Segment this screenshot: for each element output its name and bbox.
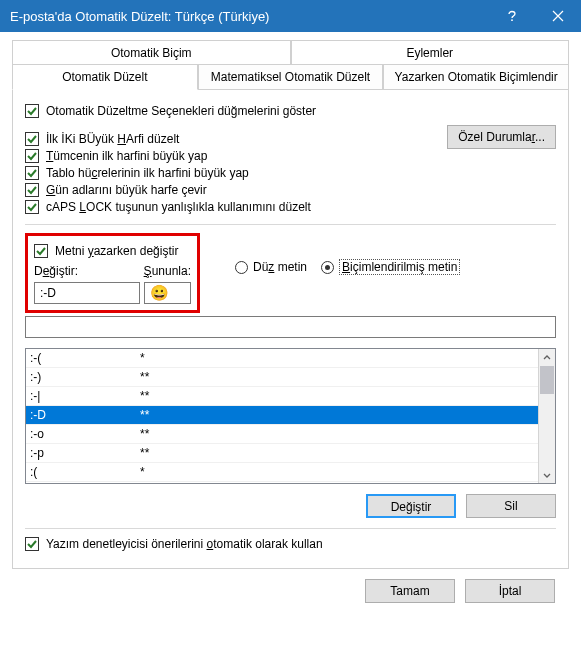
label-replace: Değiştir: (34, 264, 144, 278)
checkbox-two-caps[interactable] (25, 132, 39, 146)
replace-button[interactable]: Değiştir (366, 494, 456, 518)
dialog-footer: Tamam İptal (12, 569, 569, 613)
with-input-full-row (25, 316, 556, 338)
checkbox-capslock-row: cAPS LOCK tuşunun yanlışlıkla kullanımın… (25, 200, 556, 214)
list-rows: :-(*:-)**:-|**:-D**:-o**:-p**:(* (26, 349, 538, 483)
scroll-thumb[interactable] (540, 366, 554, 394)
checkbox-capslock[interactable] (25, 200, 39, 214)
exceptions-button[interactable]: Özel Durumlar... (447, 125, 556, 149)
checkbox-days-label: Gün adlarını büyük harfe çevir (46, 183, 207, 197)
tab-row-top: Otomatik Biçim Eylemler (12, 40, 569, 65)
tab-otomatik-duzelt[interactable]: Otomatik Düzelt (12, 64, 198, 90)
with-input-full[interactable] (25, 316, 556, 338)
ok-button[interactable]: Tamam (365, 579, 455, 603)
chevron-up-icon (543, 354, 551, 362)
cell-replace: :-( (30, 351, 140, 365)
inputs-row: :-D 😀 (34, 282, 191, 304)
tab-row-bottom: Otomatik Düzelt Matematiksel Otomatik Dü… (12, 64, 569, 90)
checkbox-show-buttons-label: Otomatik Düzeltme Seçenekleri düğmelerin… (46, 104, 316, 118)
separator-2 (25, 528, 556, 529)
list-action-row: Değiştir Sil (25, 494, 556, 518)
title-bar: E-posta'da Otomatik Düzelt: Türkçe (Türk… (0, 0, 581, 32)
radio-formatted[interactable]: Biçimlendirilmiş metin (321, 259, 460, 275)
table-row[interactable]: :-|** (26, 387, 538, 406)
table-row[interactable]: :-(* (26, 349, 538, 368)
replace-section: Düz metin Biçimlendirilmiş metin Metni y… (25, 233, 556, 518)
table-row[interactable]: :-p** (26, 444, 538, 463)
cell-with: * (140, 465, 538, 479)
table-row[interactable]: :-o** (26, 425, 538, 444)
cell-replace: :-D (30, 408, 140, 422)
checkbox-days-row: Gün adlarını büyük harfe çevir (25, 183, 556, 197)
scroll-up-button[interactable] (539, 349, 555, 366)
checkbox-tablecells[interactable] (25, 166, 39, 180)
checkbox-replace[interactable] (34, 244, 48, 258)
label-with: Şununla: (144, 264, 191, 278)
checkbox-replace-row: Metni yazarken değiştir (34, 244, 191, 258)
cell-replace: :-| (30, 389, 140, 403)
help-icon (505, 9, 519, 23)
checkbox-replace-label: Metni yazarken değiştir (55, 244, 178, 258)
delete-button[interactable]: Sil (466, 494, 556, 518)
table-row[interactable]: :-)** (26, 368, 538, 387)
checkbox-tablecells-label: Tablo hücrelerinin ilk harfini büyük yap (46, 166, 249, 180)
checkbox-two-caps-label: İlk İKi BÜyük HArfi düzelt (46, 132, 179, 146)
cell-replace: :-p (30, 446, 140, 460)
checkbox-sentence-label: Tümcenin ilk harfini büyük yap (46, 149, 207, 163)
tab-panel: Otomatik Düzeltme Seçenekleri düğmelerin… (12, 89, 569, 569)
cell-with: ** (140, 389, 538, 403)
cell-with: ** (140, 370, 538, 384)
replacements-list[interactable]: :-(*:-)**:-|**:-D**:-o**:-p**:(* (25, 348, 556, 484)
checkbox-capslock-label: cAPS LOCK tuşunun yanlışlıkla kullanımın… (46, 200, 311, 214)
svg-point-0 (511, 19, 513, 21)
checkbox-show-buttons-row: Otomatik Düzeltme Seçenekleri düğmelerin… (25, 104, 556, 118)
cell-replace: :( (30, 465, 140, 479)
scrollbar[interactable] (538, 349, 555, 483)
help-button[interactable] (489, 0, 535, 32)
close-button[interactable] (535, 0, 581, 32)
cell-with: ** (140, 408, 538, 422)
cancel-button[interactable]: İptal (465, 579, 555, 603)
replace-input[interactable]: :-D (34, 282, 140, 304)
separator (25, 224, 556, 225)
checkbox-days[interactable] (25, 183, 39, 197)
cell-with: ** (140, 427, 538, 441)
radio-plain[interactable]: Düz metin (235, 260, 307, 274)
close-icon (552, 10, 564, 22)
column-labels: Değiştir: Şununla: (34, 264, 191, 278)
cell-replace: :-o (30, 427, 140, 441)
checkbox-sentence[interactable] (25, 149, 39, 163)
tab-otomatik-bicim[interactable]: Otomatik Biçim (12, 40, 291, 65)
tab-matematiksel[interactable]: Matematiksel Otomatik Düzelt (198, 64, 384, 90)
with-input-preview[interactable]: 😀 (144, 282, 191, 304)
cell-replace: :-) (30, 370, 140, 384)
radio-formatted-circle (321, 261, 334, 274)
scroll-down-button[interactable] (539, 466, 555, 483)
radio-plain-label: Düz metin (253, 260, 307, 274)
checkbox-sentence-row: Tümcenin ilk harfini büyük yap (25, 149, 556, 163)
radio-formatted-label: Biçimlendirilmiş metin (339, 259, 460, 275)
table-row[interactable]: :-D** (26, 406, 538, 425)
table-row[interactable]: :(* (26, 463, 538, 482)
cell-with: * (140, 351, 538, 365)
checkbox-spellcheck-label: Yazım denetleyicisi önerilerini otomatik… (46, 537, 323, 551)
cell-with: ** (140, 446, 538, 460)
tab-eylemler[interactable]: Eylemler (291, 40, 570, 65)
format-radios: Düz metin Biçimlendirilmiş metin (235, 259, 460, 275)
dialog-content: Otomatik Biçim Eylemler Otomatik Düzelt … (0, 32, 581, 625)
highlight-box: Metni yazarken değiştir Değiştir: Şununl… (25, 233, 200, 313)
radio-plain-circle (235, 261, 248, 274)
tab-yazarken-bicimlendir[interactable]: Yazarken Otomatik Biçimlendir (383, 64, 569, 90)
chevron-down-icon (543, 471, 551, 479)
checkbox-tablecells-row: Tablo hücrelerinin ilk harfini büyük yap (25, 166, 556, 180)
checkbox-spellcheck[interactable] (25, 537, 39, 551)
window-title: E-posta'da Otomatik Düzelt: Türkçe (Türk… (10, 9, 489, 24)
checkbox-spellcheck-row: Yazım denetleyicisi önerilerini otomatik… (25, 537, 556, 551)
checkbox-show-buttons[interactable] (25, 104, 39, 118)
